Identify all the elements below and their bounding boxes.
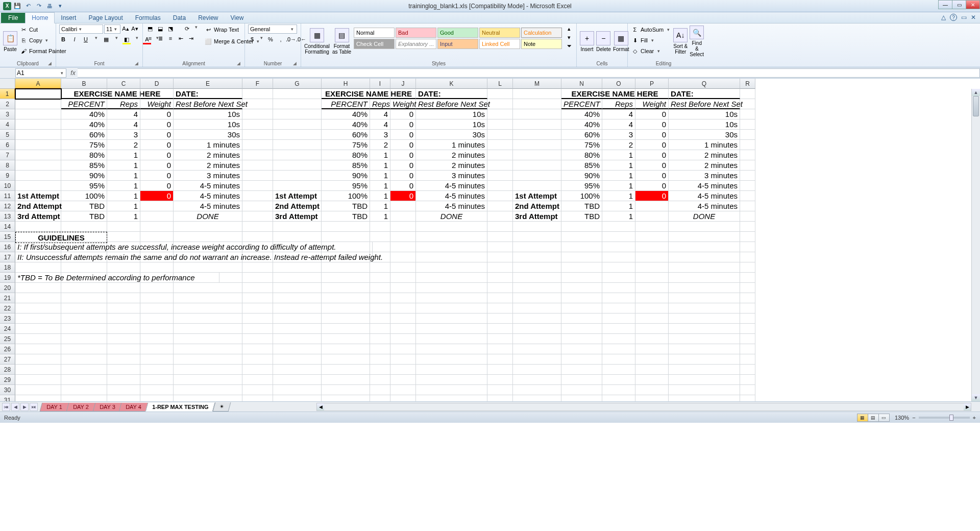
indent-inc-icon[interactable]: ⇥ <box>187 34 195 42</box>
cell-R11[interactable] <box>740 191 755 201</box>
cell-N7[interactable]: 80% <box>561 150 602 160</box>
col-header-J[interactable]: J <box>390 79 416 89</box>
cell-P15[interactable] <box>635 232 669 242</box>
orientation-icon[interactable]: ⟳ <box>183 25 191 33</box>
cell-D30[interactable] <box>140 385 174 395</box>
cell-I4[interactable]: 4 <box>370 119 390 130</box>
cell-E24[interactable] <box>174 324 242 334</box>
cell-M1[interactable] <box>513 89 561 99</box>
style-bad[interactable]: Bad <box>396 28 436 38</box>
cell-C28[interactable] <box>107 365 140 375</box>
cell-H10[interactable]: 95% <box>322 181 370 191</box>
zoom-in-icon[interactable]: + <box>973 415 976 421</box>
cell-F30[interactable] <box>242 385 273 395</box>
col-header-A[interactable]: A <box>15 79 61 89</box>
cell-J21[interactable] <box>390 293 416 303</box>
inc-decimal-icon[interactable]: .0→ <box>287 35 295 43</box>
qat-redo-icon[interactable]: ↷ <box>34 2 43 11</box>
cell-E14[interactable] <box>174 222 242 232</box>
cell-F21[interactable] <box>242 293 273 303</box>
cell-M10[interactable] <box>513 181 561 191</box>
cell-M17[interactable] <box>513 252 561 262</box>
cell-B6[interactable]: 75% <box>61 140 107 150</box>
cell-I15[interactable] <box>370 232 390 242</box>
cell-M7[interactable] <box>513 150 561 160</box>
cell-N10[interactable]: 95% <box>561 181 602 191</box>
cell-G2[interactable] <box>273 99 322 109</box>
cell-R17[interactable] <box>740 252 755 262</box>
cell-A21[interactable] <box>15 293 61 303</box>
cell-E7[interactable]: 2 minutes <box>174 150 242 160</box>
cell-D1[interactable] <box>140 89 174 99</box>
cell-J26[interactable] <box>390 344 416 354</box>
cell-E6[interactable]: 1 minutes <box>174 140 242 150</box>
cell-B9[interactable]: 90% <box>61 171 107 181</box>
cell-F18[interactable] <box>242 262 273 273</box>
cell-F24[interactable] <box>242 324 273 334</box>
cell-B28[interactable] <box>61 365 107 375</box>
cell-Q19[interactable] <box>669 273 740 283</box>
cell-D28[interactable] <box>140 365 174 375</box>
cell-G23[interactable] <box>273 313 322 324</box>
cell-J25[interactable] <box>390 334 416 344</box>
cell-C8[interactable]: 1 <box>107 160 140 171</box>
cell-I30[interactable] <box>370 385 390 395</box>
paste-button[interactable]: 📋 Paste <box>3 25 17 57</box>
horizontal-scrollbar[interactable]: ◀ ▶ <box>316 403 971 411</box>
spreadsheet-grid[interactable]: ABCDEFGHIJKLMNOPQR 123456789101112131415… <box>0 79 980 401</box>
select-all-corner[interactable] <box>0 79 15 89</box>
cell-N23[interactable] <box>561 313 602 324</box>
cell-A23[interactable] <box>15 313 61 324</box>
cell-L12[interactable] <box>487 201 513 211</box>
style-explanatory[interactable]: Explanatory ... <box>396 39 436 49</box>
cell-Q16[interactable] <box>669 242 740 252</box>
zoom-out-icon[interactable]: − <box>912 415 915 421</box>
cell-A28[interactable] <box>15 365 61 375</box>
currency-icon[interactable]: $ <box>248 35 256 43</box>
cell-R16[interactable] <box>740 242 755 252</box>
cell-O27[interactable] <box>602 354 635 365</box>
cell-L14[interactable] <box>487 222 513 232</box>
row-header-30[interactable]: 30 <box>0 385 15 395</box>
tab-page-layout[interactable]: Page Layout <box>82 13 129 23</box>
cell-H28[interactable] <box>322 365 370 375</box>
cell-P23[interactable] <box>635 313 669 324</box>
sheet-last-icon[interactable]: ⏭ <box>30 403 38 411</box>
cell-I1[interactable] <box>370 89 390 99</box>
row-header-2[interactable]: 2 <box>0 99 15 109</box>
styles-down-icon[interactable]: ▾ <box>565 33 573 41</box>
qat-dd-icon[interactable]: ▾ <box>56 2 65 11</box>
row-header-28[interactable]: 28 <box>0 365 15 375</box>
cell-Q27[interactable] <box>669 354 740 365</box>
cell-M3[interactable] <box>513 109 561 119</box>
doc-restore-icon[interactable]: ▭ <box>961 14 967 21</box>
cell-G8[interactable] <box>273 160 322 171</box>
shrink-font-icon[interactable]: A▾ <box>131 25 139 33</box>
cell-C5[interactable]: 3 <box>107 130 140 140</box>
cell-J24[interactable] <box>390 324 416 334</box>
cell-A10[interactable] <box>15 181 61 191</box>
cell-C6[interactable]: 2 <box>107 140 140 150</box>
cell-G18[interactable] <box>273 262 322 273</box>
row-header-29[interactable]: 29 <box>0 375 15 385</box>
cell-L4[interactable] <box>487 119 513 130</box>
scroll-up-icon[interactable]: ▲ <box>972 89 980 96</box>
cell-R10[interactable] <box>740 181 755 191</box>
cell-Q20[interactable] <box>669 283 740 293</box>
maximize-button[interactable]: ▭ <box>952 0 966 9</box>
cell-Q12[interactable]: 4-5 minutes <box>669 201 740 211</box>
cell-K21[interactable] <box>416 293 487 303</box>
cell-D4[interactable]: 0 <box>140 119 174 130</box>
cell-P10[interactable]: 0 <box>635 181 669 191</box>
col-header-R[interactable]: R <box>740 79 755 89</box>
cell-O3[interactable]: 4 <box>602 109 635 119</box>
cell-N31[interactable] <box>561 395 602 401</box>
cell-P29[interactable] <box>635 375 669 385</box>
cell-B26[interactable] <box>61 344 107 354</box>
cell-M20[interactable] <box>513 283 561 293</box>
cell-C20[interactable] <box>107 283 140 293</box>
cell-F8[interactable] <box>242 160 273 171</box>
cell-J31[interactable] <box>390 395 416 401</box>
sheet-next-icon[interactable]: ▶ <box>20 403 29 411</box>
cell-D7[interactable]: 0 <box>140 150 174 160</box>
